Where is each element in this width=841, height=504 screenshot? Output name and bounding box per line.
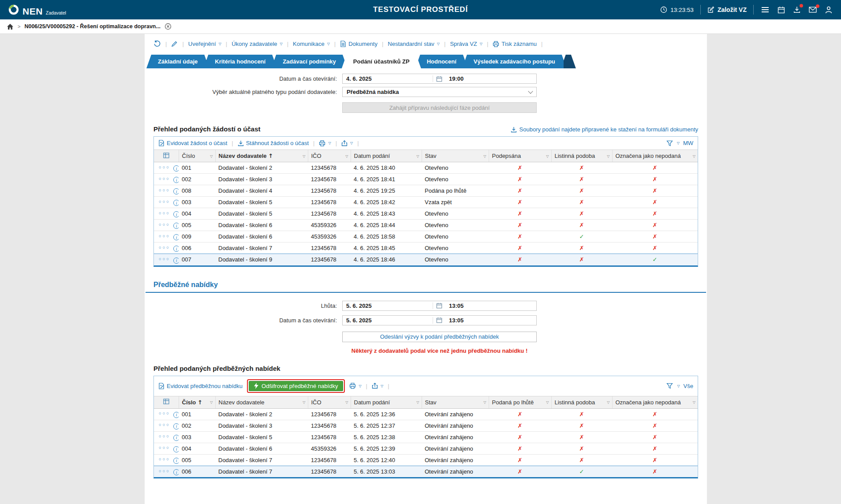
chevron-down-icon[interactable]: ▽ <box>677 141 680 145</box>
filter-caret-icon[interactable]: ▽ <box>483 400 486 404</box>
filter-caret-icon[interactable]: ▽ <box>303 400 305 404</box>
calendar-picker-icon[interactable] <box>433 76 445 82</box>
column-header[interactable]: Název dodavatele▽ <box>215 396 308 408</box>
row-info-icon[interactable]: i <box>173 469 179 475</box>
row-info-icon[interactable]: i <box>173 446 179 452</box>
row-info-icon[interactable]: i <box>173 435 179 441</box>
row-info-icon[interactable]: i <box>173 177 179 183</box>
row-info-icon[interactable]: i <box>173 234 179 240</box>
filter-caret-icon[interactable]: ▽ <box>416 400 419 404</box>
row-menu-icon[interactable]: ◦◦◦ <box>158 187 170 194</box>
row-menu-icon[interactable]: ◦◦◦ <box>158 233 170 239</box>
create-vz-button[interactable]: Založit VZ <box>707 6 747 13</box>
tab-hodnoceni[interactable]: Hodnocení <box>415 55 468 68</box>
date-input[interactable]: 5. 6. 2025 <box>343 302 433 309</box>
record-offer-button[interactable]: Evidovat předběžnou nabídku <box>158 383 243 389</box>
table-row[interactable]: ◦◦◦i008Dodavatel - školení 4123456784. 6… <box>154 185 698 197</box>
time-input[interactable]: 13:05 <box>445 302 536 309</box>
print-button[interactable]: ▽ <box>349 383 361 389</box>
filter-icon[interactable] <box>666 383 673 389</box>
table-settings-icon[interactable] <box>154 150 179 162</box>
filter-caret-icon[interactable]: ▽ <box>416 154 419 158</box>
filter-caret-icon[interactable]: ▽ <box>546 400 549 404</box>
filter-caret-icon[interactable]: ▽ <box>303 154 305 158</box>
column-header[interactable]: Označena jako nepodaná▽ <box>612 396 698 408</box>
column-header[interactable]: Podaná po lhůtě▽ <box>489 396 551 408</box>
export-button[interactable]: ▽ <box>341 140 353 146</box>
user-icon[interactable] <box>824 5 833 15</box>
column-header[interactable]: Číslo▽ <box>179 150 215 162</box>
row-info-icon[interactable]: i <box>173 211 179 217</box>
row-menu-icon[interactable]: ◦◦◦ <box>158 222 170 228</box>
filter-caret-icon[interactable]: ▽ <box>607 154 609 158</box>
column-header[interactable]: Označena jako nepodaná▽ <box>612 150 698 162</box>
breadcrumb-item[interactable]: N006/25/V00005292 - Řešení optimalizace … <box>24 23 160 30</box>
row-menu-icon[interactable]: ◦◦◦ <box>158 256 170 262</box>
tab-vysledek-zadavaciho-postupu[interactable]: Výsledek zadávacího postupu <box>462 55 567 68</box>
row-menu-icon[interactable]: ◦◦◦ <box>158 210 170 217</box>
table-row[interactable]: ◦◦◦i005Dodavatel - školení 7123456785. 6… <box>154 454 698 466</box>
column-header[interactable]: Číslo↑▽ <box>179 396 215 408</box>
table-row[interactable]: ◦◦◦i001Dodavatel - školení 2123456785. 6… <box>154 408 698 420</box>
print-button[interactable]: ▽ <box>319 140 331 146</box>
column-header[interactable]: Stav▽ <box>422 150 489 162</box>
row-menu-icon[interactable]: ◦◦◦ <box>158 245 170 251</box>
table-row[interactable]: ◦◦◦i002Dodavatel - školení 3123456785. 6… <box>154 420 698 431</box>
table-row[interactable]: ◦◦◦i004Dodavatel - školení 6453593265. 6… <box>154 443 698 454</box>
calendar-picker-icon[interactable] <box>433 317 445 323</box>
row-menu-icon[interactable]: ◦◦◦ <box>158 199 170 205</box>
table-row[interactable]: ◦◦◦i009Dodavatel - školení 6453593264. 6… <box>154 231 698 243</box>
column-header[interactable]: Název dodavatele↑▽ <box>215 150 308 162</box>
table-row[interactable]: ◦◦◦i006Dodavatel - školení 7123456784. 6… <box>154 243 698 254</box>
view-name[interactable]: Vše <box>684 383 693 389</box>
row-info-icon[interactable]: i <box>173 165 179 172</box>
table-row[interactable]: ◦◦◦i002Dodavatel - školení 3123456784. 6… <box>154 174 698 185</box>
chevron-down-icon[interactable]: ▽ <box>677 384 680 388</box>
row-info-icon[interactable]: i <box>173 458 179 464</box>
send-call-button[interactable]: Odeslání výzvy k podání předběžných nabí… <box>342 332 537 342</box>
download-requests-button[interactable]: Stáhnout žádosti o účast <box>238 140 309 146</box>
table-row[interactable]: ◦◦◦i004Dodavatel - školení 5123456784. 6… <box>154 208 698 220</box>
menu-uverejneni[interactable]: Uveřejnění▽ <box>188 41 221 47</box>
filter-caret-icon[interactable]: ▽ <box>483 154 486 158</box>
row-info-icon[interactable]: i <box>173 246 179 252</box>
next-phase-button[interactable]: Zahájit přípravu následující fáze podání <box>342 102 537 113</box>
row-info-icon[interactable]: i <box>173 412 179 418</box>
column-header[interactable]: Datum podání▽ <box>351 150 422 162</box>
table-row[interactable]: ◦◦◦i006Dodavatel - školení 7123456785. 6… <box>154 466 698 477</box>
filter-caret-icon[interactable]: ▽ <box>345 400 348 404</box>
submission-files-link[interactable]: Soubory podání najdete připravené ke sta… <box>511 126 698 133</box>
close-icon[interactable] <box>164 23 172 30</box>
menu-tisk-zaznamu[interactable]: Tisk záznamu <box>493 41 537 47</box>
table-settings-icon[interactable] <box>154 396 179 408</box>
filter-caret-icon[interactable]: ▽ <box>693 154 695 158</box>
filter-caret-icon[interactable]: ▽ <box>210 400 213 404</box>
row-menu-icon[interactable]: ◦◦◦ <box>158 433 170 440</box>
column-header[interactable]: IČO▽ <box>308 150 351 162</box>
time-input[interactable]: 19:00 <box>445 75 536 82</box>
filter-icon[interactable] <box>666 140 673 146</box>
menu-sprava-vz[interactable]: Správa VZ▽ <box>450 41 482 47</box>
export-button[interactable]: ▽ <box>372 383 383 389</box>
table-row[interactable]: ◦◦◦i005Dodavatel - školení 6453593264. 6… <box>154 220 698 231</box>
menu-ukony-zadavatele[interactable]: Úkony zadavatele▽ <box>232 41 283 47</box>
row-info-icon[interactable]: i <box>173 223 179 229</box>
row-info-icon[interactable]: i <box>173 188 179 194</box>
column-header[interactable]: Listinná podoba▽ <box>551 150 612 162</box>
messages-icon[interactable] <box>808 6 818 14</box>
view-name[interactable]: MW <box>683 140 693 146</box>
downloads-icon[interactable] <box>792 5 801 14</box>
edit-icon[interactable] <box>171 41 178 47</box>
row-info-icon[interactable]: i <box>173 200 179 206</box>
date-input[interactable]: 4. 6. 2025 <box>343 75 433 82</box>
record-request-button[interactable]: Evidovat žádost o účast <box>158 140 227 146</box>
table-row[interactable]: ◦◦◦i003Dodavatel - školení 5123456785. 6… <box>154 431 698 443</box>
menu-nestandardni-stav[interactable]: Nestandardní stav▽ <box>388 41 440 47</box>
menu-icon[interactable] <box>760 6 770 14</box>
row-menu-icon[interactable]: ◦◦◦ <box>158 176 170 182</box>
filter-caret-icon[interactable]: ▽ <box>607 400 609 404</box>
table-row[interactable]: ◦◦◦i001Dodavatel - školení 2123456784. 6… <box>154 162 698 174</box>
submission-type-select[interactable]: Předběžná nabídka <box>342 87 537 97</box>
row-menu-icon[interactable]: ◦◦◦ <box>158 411 170 417</box>
column-header[interactable]: Listinná podoba▽ <box>551 396 612 408</box>
